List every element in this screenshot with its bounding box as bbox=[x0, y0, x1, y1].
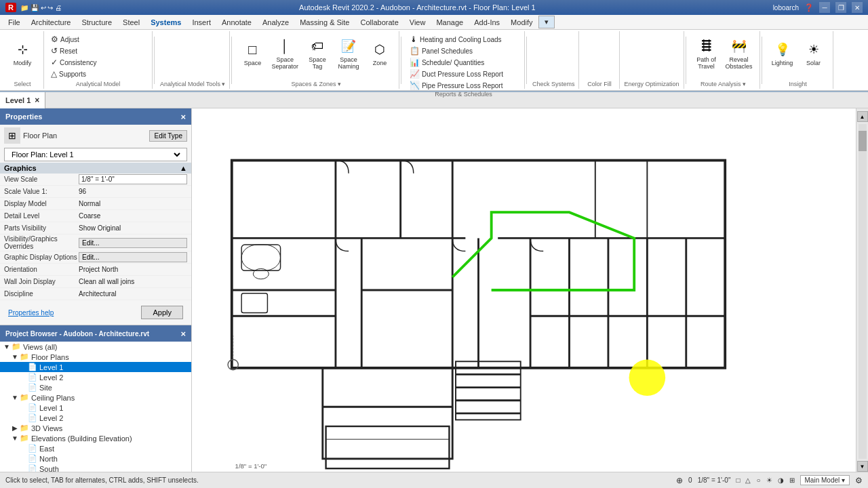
model-scale[interactable]: 1/8" = 1'-0" bbox=[698, 476, 731, 484]
tree-level2[interactable]: 📄 Level 2 bbox=[0, 372, 191, 382]
tree-level1[interactable]: 📄 Level 1 bbox=[0, 362, 191, 372]
orientation-label: Orientation bbox=[4, 266, 79, 273]
properties-help-link[interactable]: Properties help bbox=[4, 308, 58, 318]
pipe-pressure-btn[interactable]: 📉 Pipe Pressure Loss Report bbox=[407, 80, 520, 91]
restore-btn[interactable]: ❐ bbox=[835, 2, 846, 13]
adjust-btn[interactable]: ⚙ Adjust bbox=[48, 34, 148, 45]
tree-north[interactable]: 📄 North bbox=[0, 453, 191, 464]
view-type-select[interactable]: Floor Plan: Level 1 Floor Plan: Level 2 … bbox=[9, 150, 182, 159]
model-selector[interactable]: Main Model ▾ bbox=[800, 475, 850, 485]
menu-manage[interactable]: Manage bbox=[431, 17, 469, 28]
menu-modify[interactable]: Modify bbox=[505, 17, 538, 28]
menu-architecture[interactable]: Architecture bbox=[26, 17, 77, 28]
schedule-quantities-btn[interactable]: 📊 Schedule/ Quantities bbox=[407, 57, 520, 68]
menu-massing[interactable]: Massing & Site bbox=[294, 17, 355, 28]
canvas-area[interactable]: 1/8" = 1'-0" bbox=[192, 108, 856, 472]
tree-ceiling-plans[interactable]: ▼ 📁 Ceiling Plans bbox=[0, 392, 191, 403]
graphics-toggle[interactable]: ▲ bbox=[180, 164, 187, 172]
project-browser: Project Browser - Audobon - Architecture… bbox=[0, 325, 191, 472]
graphics-section-header: Graphics ▲ bbox=[0, 163, 191, 174]
tree-site[interactable]: 📄 Site bbox=[0, 382, 191, 392]
tab-level1[interactable]: Level 1 × bbox=[0, 92, 45, 108]
consistency-btn[interactable]: ✓ Consistency bbox=[48, 57, 148, 68]
heating-cooling-btn[interactable]: 🌡 Heating and Cooling Loads bbox=[407, 34, 520, 45]
shadow-icon[interactable]: ◑ bbox=[778, 476, 784, 484]
menu-steel[interactable]: Steel bbox=[117, 17, 145, 28]
scroll-thumb[interactable] bbox=[859, 131, 867, 151]
menu-annotate[interactable]: Annotate bbox=[216, 17, 257, 28]
vis-graphics-btn[interactable]: Edit... bbox=[79, 238, 187, 248]
menu-contextual[interactable]: ▾ bbox=[538, 16, 555, 28]
user-label: loboarch bbox=[773, 4, 799, 12]
reveal-obstacles-btn[interactable]: 🚧 RevealObstacles bbox=[723, 34, 755, 73]
detail-level-label: Detail Level bbox=[4, 212, 79, 220]
menu-file[interactable]: File bbox=[3, 17, 26, 28]
ribbon-group-analytical: ⚙ Adjust ↺ Reset ✓ Consistency △ Support… bbox=[44, 31, 153, 89]
prop-wall-join: Wall Join Display Clean all wall joins bbox=[0, 276, 191, 288]
panel-schedules-btn[interactable]: 📋 Panel Schedules bbox=[407, 45, 520, 56]
view-mode-wire[interactable]: □ bbox=[736, 476, 740, 484]
discipline-value: Architectural bbox=[79, 290, 187, 298]
tree-elevations[interactable]: ▼ 📁 Elevations (Building Elevation) bbox=[0, 433, 191, 443]
scroll-down-btn[interactable]: ▼ bbox=[857, 461, 868, 472]
close-btn[interactable]: ✕ bbox=[852, 2, 863, 13]
lighting-btn[interactable]: 💡 Lighting bbox=[768, 34, 797, 73]
tree-south[interactable]: 📄 South bbox=[0, 464, 191, 472]
menu-view[interactable]: View bbox=[404, 17, 431, 28]
scroll-track[interactable] bbox=[859, 124, 867, 459]
settings-icon[interactable]: ⚙ bbox=[855, 476, 863, 485]
solar-btn[interactable]: ☀ Solar bbox=[799, 34, 829, 73]
tree-ceiling-level1[interactable]: 📄 Level 1 bbox=[0, 403, 191, 413]
space-btn[interactable]: □ Space bbox=[237, 34, 267, 73]
menu-structure[interactable]: Structure bbox=[76, 17, 117, 28]
zone-btn[interactable]: ⬡ Zone bbox=[365, 34, 395, 73]
space-tag-label: SpaceTag bbox=[309, 57, 326, 70]
space-tag-btn[interactable]: 🏷 SpaceTag bbox=[302, 34, 332, 73]
ribbon-group-insight: 💡 Lighting ☀ Solar Insight bbox=[764, 31, 833, 89]
tree-ceiling-level2[interactable]: 📄 Level 2 bbox=[0, 413, 191, 423]
menu-insert[interactable]: Insert bbox=[186, 17, 216, 28]
pipe-label: Pipe Pressure Loss Report bbox=[422, 82, 503, 89]
view-mode-hidden[interactable]: △ bbox=[745, 476, 751, 484]
floor-plan-svg: 1/8" = 1'-0" bbox=[192, 108, 856, 472]
scroll-up-btn[interactable]: ▲ bbox=[857, 111, 868, 122]
view-scale-value[interactable]: 1/8" = 1'-0" bbox=[79, 174, 187, 184]
space-separator-btn[interactable]: │ SpaceSeparator bbox=[269, 34, 301, 73]
tree-east[interactable]: 📄 East bbox=[0, 443, 191, 453]
tree-floor-plans[interactable]: ▼ 📁 Floor Plans bbox=[0, 352, 191, 362]
space-naming-btn[interactable]: 📝 SpaceNaming bbox=[334, 34, 363, 73]
graphic-display-btn[interactable]: Edit... bbox=[79, 252, 187, 262]
edit-type-btn[interactable]: Edit Type bbox=[149, 130, 187, 142]
ribbon-group-route: 🛤 Path ofTravel 🚧 RevealObstacles Route … bbox=[688, 31, 760, 89]
browser-close-btn[interactable]: × bbox=[180, 329, 186, 339]
apply-btn[interactable]: Apply bbox=[141, 306, 183, 319]
sun-icon[interactable]: ☀ bbox=[766, 476, 772, 484]
status-bar: Click to select, TAB for alternates, CTR… bbox=[0, 472, 868, 488]
status-message: Click to select, TAB for alternates, CTR… bbox=[5, 476, 676, 484]
properties-close-btn[interactable]: × bbox=[180, 112, 186, 122]
tab-level1-close[interactable]: × bbox=[35, 96, 39, 105]
insight-label: Insight bbox=[789, 81, 807, 89]
tree-views-all[interactable]: ▼ 📁 Views (all) bbox=[0, 342, 191, 352]
view-type-dropdown[interactable]: Floor Plan: Level 1 Floor Plan: Level 2 … bbox=[4, 148, 187, 161]
reset-btn[interactable]: ↺ Reset bbox=[48, 45, 148, 56]
supports-icon: △ bbox=[51, 69, 57, 79]
ribbon-group-energy: Energy Optimization bbox=[620, 31, 684, 89]
modify-btn[interactable]: ⊹ Modify bbox=[5, 34, 39, 73]
view-mode-shaded[interactable]: ○ bbox=[756, 476, 760, 484]
reset-label: Reset bbox=[60, 47, 77, 55]
minimize-btn[interactable]: ─ bbox=[819, 2, 830, 13]
workset-icon[interactable]: ⊕ bbox=[676, 476, 683, 485]
tree-3d-views[interactable]: ▶ 📁 3D Views bbox=[0, 423, 191, 433]
lighting-icon: 💡 bbox=[773, 40, 792, 59]
help-icon[interactable]: ❓ bbox=[804, 3, 814, 12]
supports-btn[interactable]: △ Supports bbox=[48, 68, 148, 79]
menu-addins[interactable]: Add-Ins bbox=[469, 17, 505, 28]
menu-collaborate[interactable]: Collaborate bbox=[355, 17, 404, 28]
duct-pressure-btn[interactable]: 📈 Duct Pressure Loss Report bbox=[407, 68, 520, 79]
menu-analyze[interactable]: Analyze bbox=[257, 17, 294, 28]
menu-systems[interactable]: Systems bbox=[145, 17, 186, 28]
crop-icon[interactable]: ⊞ bbox=[789, 476, 795, 484]
path-travel-btn[interactable]: 🛤 Path ofTravel bbox=[692, 34, 722, 73]
svg-rect-37 bbox=[326, 426, 450, 468]
